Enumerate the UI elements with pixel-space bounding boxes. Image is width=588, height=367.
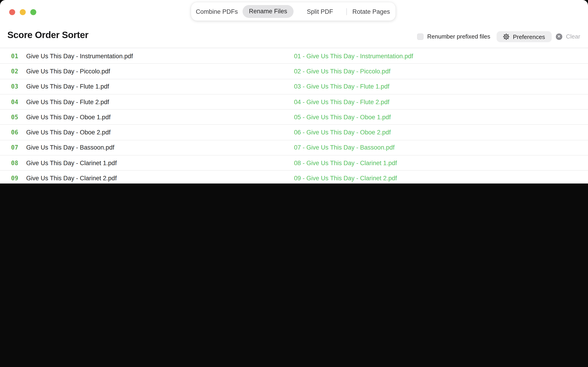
file-rename-list: 01Give Us This Day - Instrumentation.pdf… bbox=[0, 49, 588, 184]
renamed-filename: 03 - Give Us This Day - Flute 1.pdf bbox=[294, 83, 389, 90]
renamed-filename: 01 - Give Us This Day - Instrumentation.… bbox=[294, 52, 413, 59]
window-controls bbox=[9, 9, 36, 15]
original-filename: Give Us This Day - Oboe 2.pdf bbox=[26, 129, 111, 136]
minimize-window-button[interactable] bbox=[19, 9, 26, 15]
original-filename: Give Us This Day - Clarinet 2.pdf bbox=[26, 175, 117, 182]
mode-tab-bar: Combine PDFsRename FilesSplit PDFRotate … bbox=[191, 2, 396, 21]
clear-button[interactable]: Clear bbox=[566, 33, 580, 40]
renamed-filename: 02 - Give Us This Day - Piccolo.pdf bbox=[294, 68, 390, 75]
row-number: 03 bbox=[11, 83, 20, 90]
renamed-filename: 07 - Give Us This Day - Bassoon.pdf bbox=[294, 144, 395, 151]
app-window: Combine PDFsRename FilesSplit PDFRotate … bbox=[0, 0, 588, 184]
preferences-button[interactable]: Preferences bbox=[497, 31, 552, 42]
file-row[interactable]: 09Give Us This Day - Clarinet 2.pdf09 - … bbox=[0, 171, 588, 184]
tab-combine-pdfs[interactable]: Combine PDFs bbox=[191, 8, 242, 15]
file-row[interactable]: 06Give Us This Day - Oboe 2.pdf06 - Give… bbox=[0, 125, 588, 140]
original-filename: Give Us This Day - Flute 2.pdf bbox=[26, 98, 109, 105]
header-divider bbox=[0, 48, 588, 48]
renumber-prefixed-checkbox[interactable] bbox=[417, 33, 424, 40]
row-number: 04 bbox=[11, 98, 20, 105]
renamed-filename: 05 - Give Us This Day - Oboe 1.pdf bbox=[294, 114, 391, 121]
zoom-window-button[interactable] bbox=[30, 9, 36, 15]
original-filename: Give Us This Day - Oboe 1.pdf bbox=[26, 114, 111, 121]
clear-icon[interactable]: × bbox=[556, 33, 562, 40]
original-filename: Give Us This Day - Clarinet 1.pdf bbox=[26, 159, 117, 166]
file-row[interactable]: 02Give Us This Day - Piccolo.pdf02 - Giv… bbox=[0, 64, 588, 79]
row-number: 07 bbox=[11, 144, 20, 151]
tab-rename-files[interactable]: Rename Files bbox=[242, 5, 294, 18]
close-window-button[interactable] bbox=[9, 9, 15, 15]
preferences-label: Preferences bbox=[513, 33, 545, 40]
file-row[interactable]: 04Give Us This Day - Flute 2.pdf04 - Giv… bbox=[0, 94, 588, 110]
row-number: 09 bbox=[11, 175, 20, 182]
tab-rotate-pages[interactable]: Rotate Pages bbox=[347, 8, 396, 15]
original-filename: Give Us This Day - Piccolo.pdf bbox=[26, 68, 110, 75]
file-row[interactable]: 01Give Us This Day - Instrumentation.pdf… bbox=[0, 49, 588, 64]
row-number: 01 bbox=[11, 52, 20, 59]
row-number: 06 bbox=[11, 129, 20, 136]
original-filename: Give Us This Day - Instrumentation.pdf bbox=[26, 52, 133, 59]
page-title: Score Order Sorter bbox=[7, 30, 88, 40]
row-number: 08 bbox=[11, 159, 20, 166]
renamed-filename: 04 - Give Us This Day - Flute 2.pdf bbox=[294, 98, 389, 105]
renamed-filename: 06 - Give Us This Day - Oboe 2.pdf bbox=[294, 129, 391, 136]
renamed-filename: 09 - Give Us This Day - Clarinet 2.pdf bbox=[294, 175, 397, 182]
renumber-prefixed-label: Renumber prefixed files bbox=[427, 33, 490, 40]
tab-split-pdf[interactable]: Split PDF bbox=[294, 8, 346, 15]
file-row[interactable]: 05Give Us This Day - Oboe 1.pdf05 - Give… bbox=[0, 110, 588, 125]
row-number: 02 bbox=[11, 68, 20, 75]
file-row[interactable]: 03Give Us This Day - Flute 1.pdf03 - Giv… bbox=[0, 79, 588, 94]
original-filename: Give Us This Day - Bassoon.pdf bbox=[26, 144, 114, 151]
gear-icon bbox=[503, 33, 510, 40]
file-row[interactable]: 07Give Us This Day - Bassoon.pdf07 - Giv… bbox=[0, 140, 588, 156]
original-filename: Give Us This Day - Flute 1.pdf bbox=[26, 83, 109, 90]
file-row[interactable]: 08Give Us This Day - Clarinet 1.pdf08 - … bbox=[0, 156, 588, 171]
renamed-filename: 08 - Give Us This Day - Clarinet 1.pdf bbox=[294, 159, 397, 166]
row-number: 05 bbox=[11, 114, 20, 121]
